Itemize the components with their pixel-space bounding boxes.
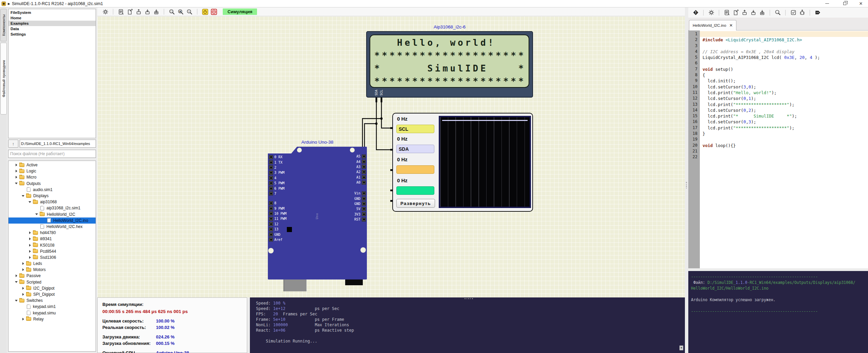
expand-arrow-icon[interactable] xyxy=(20,318,26,320)
expand-arrow-icon[interactable] xyxy=(13,274,19,277)
expand-arrow-icon[interactable] xyxy=(34,213,40,215)
tree-item[interactable]: HelloWorld_I2C.ino xyxy=(8,217,96,224)
circuit-canvas[interactable]: Aip31068_i2c-6 Hello, world! ***********… xyxy=(97,16,685,297)
tree-item[interactable]: KS0108 xyxy=(8,242,96,248)
place-item[interactable]: Home xyxy=(8,15,96,21)
tree-item[interactable]: ili9341 xyxy=(8,236,96,242)
save-icon[interactable] xyxy=(144,8,151,15)
code-line[interactable]: 10 lcd.setCursor(3,0); xyxy=(688,84,868,90)
tree-item[interactable]: I2C_Digipot xyxy=(8,285,96,291)
tree-item[interactable]: Logic xyxy=(8,168,96,174)
arduino-pin[interactable]: A4 xyxy=(321,159,366,164)
expand-arrow-icon[interactable] xyxy=(20,293,26,296)
arduino-pin[interactable]: GND xyxy=(321,196,366,201)
code-line[interactable]: 22 xyxy=(688,154,868,160)
expand-arrow-icon[interactable] xyxy=(27,231,33,234)
arduino-pin[interactable]: 4 xyxy=(269,175,284,181)
tree-item[interactable]: Scripted xyxy=(8,279,96,285)
tree-item[interactable]: audio.sim1 xyxy=(8,187,96,193)
code-line[interactable]: 6 xyxy=(688,60,868,66)
arduino-pin[interactable]: A0 xyxy=(321,180,366,185)
channel-source-box[interactable]: SDA xyxy=(396,145,434,153)
arduino-pin[interactable]: 0 RX xyxy=(269,154,284,160)
expand-arrow-icon[interactable] xyxy=(27,256,33,259)
doc-edit-icon[interactable] xyxy=(724,9,730,16)
expand-arrow-icon[interactable] xyxy=(20,262,26,265)
arduino-pin[interactable]: Aref xyxy=(269,237,287,242)
expand-arrow-icon[interactable] xyxy=(20,195,26,197)
code-line[interactable]: 21 xyxy=(688,148,868,154)
expand-arrow-icon[interactable] xyxy=(27,201,33,203)
code-line[interactable]: 2#include <LiquidCrystal_AIP31068_I2C.h> xyxy=(688,37,868,43)
editor-console-splitter[interactable] xyxy=(688,268,868,271)
restore-button[interactable] xyxy=(839,0,850,7)
arduino-pin[interactable]: RST xyxy=(321,217,366,222)
arduino-pin[interactable]: 12 xyxy=(269,222,287,227)
channel-source-box[interactable] xyxy=(396,165,434,174)
arduino-pin[interactable]: 9 PWM xyxy=(269,206,287,211)
doc-edit-icon[interactable] xyxy=(118,8,124,15)
bottom-splitter[interactable] xyxy=(247,297,250,353)
tree-item[interactable]: Switches xyxy=(8,297,96,304)
zoom-fit-icon[interactable]: ▢ xyxy=(169,8,175,15)
code-line[interactable]: 12 lcd.setCursor(0,1); xyxy=(688,96,868,101)
arduino-pin[interactable]: GND xyxy=(269,232,287,237)
code-line[interactable]: 4// I2C address = 0x3E , 20x4 display xyxy=(688,49,868,55)
minimize-button[interactable] xyxy=(821,0,833,7)
chip-up-icon[interactable] xyxy=(799,9,805,16)
tree-item[interactable]: Active xyxy=(8,162,96,168)
code-line[interactable]: 20void loop(){} xyxy=(688,143,868,148)
zoom-sel-icon[interactable]: ▣ xyxy=(177,8,184,15)
path-field[interactable] xyxy=(20,140,96,148)
gear-icon[interactable] xyxy=(708,9,714,16)
code-line[interactable]: 11 lcd.print("Hello, world!"); xyxy=(688,90,868,96)
tree-item[interactable]: SPI_Digipot xyxy=(8,291,96,297)
code-line[interactable]: 3 xyxy=(688,43,868,49)
arduino-pin[interactable]: 8 xyxy=(269,201,287,206)
tree-item[interactable]: hd44780 xyxy=(8,230,96,236)
code-line[interactable]: 7void setup() xyxy=(688,66,868,72)
gear-icon[interactable] xyxy=(102,8,108,15)
place-item[interactable]: Settings xyxy=(8,32,96,37)
arduino-pin[interactable]: 5 PWM xyxy=(269,181,284,186)
expand-arrow-icon[interactable] xyxy=(13,176,19,179)
save-as-icon[interactable] xyxy=(153,8,159,15)
expand-arrow-icon[interactable] xyxy=(13,164,19,166)
save-icon[interactable] xyxy=(750,9,756,16)
expand-arrow-icon[interactable] xyxy=(13,183,19,184)
arduino-pin[interactable]: 11 PWM xyxy=(269,216,287,221)
arduino-pin[interactable]: 3 PWM xyxy=(269,170,284,175)
tab-close-icon[interactable]: ✕ xyxy=(729,23,733,28)
arduino-pin[interactable]: 13 xyxy=(269,227,287,232)
scope-expand-button[interactable]: Развернуть xyxy=(396,199,435,208)
pause-icon[interactable] xyxy=(211,8,217,15)
tree-item[interactable]: HelloWorld_I2C.hex xyxy=(8,224,96,230)
search-input[interactable] xyxy=(8,150,96,158)
code-line[interactable]: 13 lcd.print("********************"); xyxy=(688,102,868,107)
close-button[interactable]: ✕ xyxy=(855,0,867,7)
tree-item[interactable]: Relay xyxy=(8,316,96,322)
code-line[interactable]: 9 lcd.init(); xyxy=(688,78,868,84)
arduino-pin[interactable]: 3V3 xyxy=(321,212,366,217)
editor-splitter[interactable] xyxy=(685,7,688,353)
arduino-pin[interactable]: 2 xyxy=(269,165,284,170)
open-icon[interactable] xyxy=(741,9,748,16)
arduino-uno-component[interactable]: 0 RX1 TX23 PWM45 PWM6 PWM7 89 PWM10 PWM1… xyxy=(268,147,367,279)
find-icon[interactable]: … xyxy=(774,9,781,16)
oscilloscope-component[interactable]: 0 HzSCL0 HzSDA0 Hz0 Hz Развернуть xyxy=(392,113,533,212)
expand-arrow-icon[interactable] xyxy=(13,170,19,172)
code-line[interactable]: 15 lcd.print("* SimulIDE *"); xyxy=(688,113,868,119)
arduino-pin[interactable]: GND xyxy=(321,201,366,206)
arduino-pin[interactable]: 1 TX xyxy=(269,160,284,165)
save-as-icon[interactable] xyxy=(759,9,765,16)
channel-source-box[interactable] xyxy=(396,186,434,195)
tab-file-explorer[interactable]: Файловый проводник xyxy=(0,43,7,115)
code-line[interactable]: 14 lcd.setCursor(0,2); xyxy=(688,107,868,113)
up-directory-button[interactable]: ↑ xyxy=(8,140,18,148)
code-editor[interactable]: 12#include <LiquidCrystal_AIP31068_I2C.h… xyxy=(688,30,868,268)
expand-arrow-icon[interactable] xyxy=(20,287,26,290)
expand-arrow-icon[interactable] xyxy=(13,281,19,283)
code-line[interactable]: 1 xyxy=(688,31,868,37)
tab-components[interactable]: Компоненты xyxy=(0,9,7,41)
tree-item[interactable]: aip31068_i2c.sim1 xyxy=(8,205,96,211)
